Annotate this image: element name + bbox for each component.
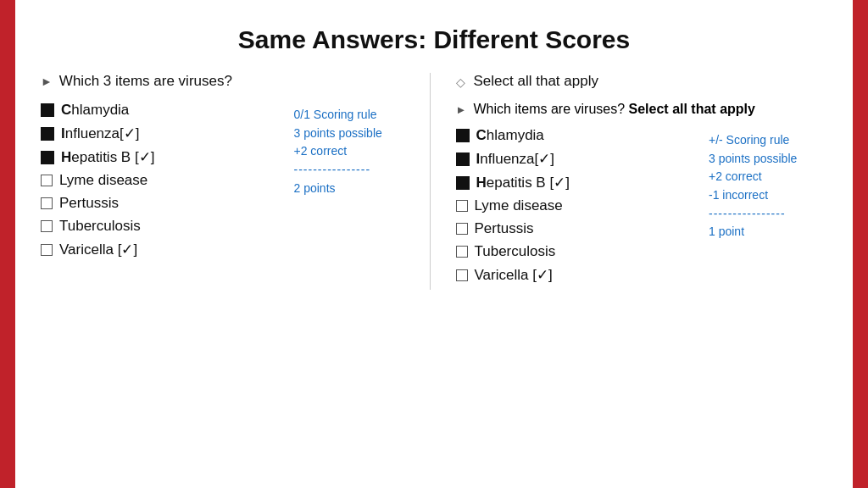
sub-question-text: Which items are viruses? Select all that…: [473, 102, 755, 117]
right-list-with-score: Chlamydia Influenza[✓] Hepatitis B [✓]: [456, 127, 828, 290]
left-arrow-icon: ►: [41, 75, 53, 88]
scoring-result: 1 point: [709, 223, 827, 241]
filled-checkbox-icon: [41, 103, 54, 117]
item-label: Pertussis: [475, 220, 534, 237]
item-label: Varicella [✓]: [59, 241, 137, 258]
list-item: Tuberculosis: [456, 243, 694, 260]
scoring-correct: +2 correct: [294, 142, 413, 161]
left-scoring-rule: 0/1 Scoring rule 3 points possible +2 co…: [294, 106, 413, 197]
list-item: Varicella [✓]: [41, 241, 279, 258]
item-label: Tuberculosis: [59, 218, 141, 235]
list-item: Chlamydia: [41, 102, 279, 119]
filled-checkbox-icon: [456, 152, 470, 166]
item-label: Chlamydia: [61, 102, 129, 119]
item-label: Varicella [✓]: [475, 266, 553, 284]
list-item: Varicella [✓]: [456, 266, 694, 284]
empty-checkbox-icon: [41, 197, 53, 209]
right-top-header-text: Select all that apply: [474, 73, 598, 90]
empty-checkbox-icon: [456, 223, 468, 235]
list-item: Pertussis: [456, 220, 694, 237]
right-sub-question: ► Which items are viruses? Select all th…: [456, 102, 828, 117]
scoring-correct: +2 correct: [709, 168, 827, 186]
scoring-points: 3 points possible: [709, 150, 827, 169]
empty-checkbox-icon: [456, 200, 468, 212]
list-item: Chlamydia: [456, 127, 694, 144]
scoring-result: 2 points: [294, 180, 413, 198]
list-item: Hepatitis B [✓]: [456, 174, 694, 191]
empty-checkbox-icon: [456, 246, 468, 258]
item-label: Hepatitis B [✓]: [61, 148, 154, 166]
empty-checkbox-icon: [41, 244, 53, 256]
item-label: Lyme disease: [475, 197, 563, 214]
main-content: Same Answers: Different Scores ► Which 3…: [15, 0, 853, 488]
scoring-points: 3 points possible: [294, 125, 413, 143]
list-item: Influenza[✓]: [456, 150, 694, 168]
left-list-with-score: Chlamydia Influenza[✓] Hepatitis B [✓]: [41, 102, 413, 264]
left-header-text: Which 3 items are viruses?: [59, 73, 232, 90]
item-label: Influenza[✓]: [61, 125, 139, 142]
scoring-rule-label: +/- Scoring rule: [709, 131, 827, 150]
list-item: Tuberculosis: [41, 218, 279, 235]
item-label: Hepatitis B [✓]: [476, 174, 570, 191]
page-title: Same Answers: Different Scores: [41, 25, 827, 54]
list-item: Influenza[✓]: [41, 125, 279, 142]
diamond-icon: ◇: [456, 75, 465, 89]
item-label: Tuberculosis: [475, 243, 556, 260]
empty-checkbox-icon: [41, 175, 53, 186]
scoring-divider: ----------------: [294, 161, 413, 180]
empty-checkbox-icon: [456, 269, 468, 281]
filled-checkbox-icon: [456, 176, 470, 190]
right-column: ◇ Select all that apply ► Which items ar…: [431, 73, 828, 290]
list-item: Hepatitis B [✓]: [41, 148, 279, 166]
left-answer-list: Chlamydia Influenza[✓] Hepatitis B [✓]: [41, 102, 279, 264]
right-top-header: ◇ Select all that apply: [456, 73, 828, 90]
right-scoring-rule: +/- Scoring rule 3 points possible +2 co…: [709, 131, 827, 241]
left-column: ► Which 3 items are viruses? Chlamydia I…: [41, 73, 431, 290]
sub-question-bold: Select all that apply: [629, 102, 755, 116]
list-item: Lyme disease: [41, 172, 279, 189]
filled-checkbox-icon: [41, 151, 54, 164]
empty-checkbox-icon: [41, 220, 53, 232]
filled-checkbox-icon: [456, 129, 470, 142]
item-label: Pertussis: [59, 195, 119, 212]
item-label: Influenza[✓]: [476, 150, 554, 168]
scoring-incorrect: -1 incorrect: [709, 186, 827, 205]
list-item: Pertussis: [41, 195, 279, 212]
scoring-divider: ----------------: [709, 205, 827, 224]
columns: ► Which 3 items are viruses? Chlamydia I…: [41, 73, 827, 290]
border-left: [0, 0, 15, 488]
sub-q-arrow-icon: ►: [456, 103, 467, 116]
item-label: Lyme disease: [59, 172, 147, 189]
right-answer-list: Chlamydia Influenza[✓] Hepatitis B [✓]: [456, 127, 694, 290]
scoring-rule-label: 0/1 Scoring rule: [294, 106, 413, 125]
filled-checkbox-icon: [41, 127, 54, 141]
border-right: [853, 0, 868, 488]
item-label: Chlamydia: [476, 127, 544, 144]
left-section-header: ► Which 3 items are viruses?: [41, 73, 413, 90]
list-item: Lyme disease: [456, 197, 694, 214]
